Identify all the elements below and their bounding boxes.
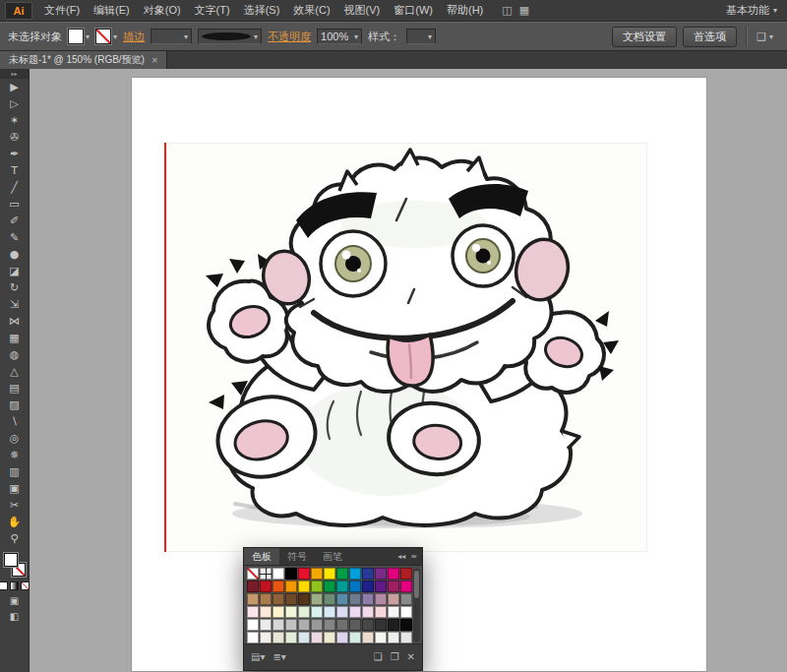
scrollbar-thumb[interactable] <box>414 571 419 598</box>
eraser-tool[interactable]: ◪ <box>3 263 27 279</box>
mesh-tool[interactable]: ▤ <box>3 380 27 397</box>
stroke-panel-link[interactable]: 描边 <box>123 30 145 44</box>
swatch[interactable] <box>285 632 297 643</box>
menu-item[interactable]: 文件(F) <box>37 0 87 21</box>
swatch[interactable] <box>400 568 412 580</box>
opacity-panel-link[interactable]: 不透明度 <box>268 30 311 44</box>
swatch[interactable] <box>400 606 412 618</box>
swatch[interactable] <box>311 632 323 643</box>
swatch[interactable] <box>247 619 259 631</box>
stroke-color-dropdown[interactable]: ▾ <box>95 29 117 44</box>
swatch[interactable] <box>400 593 412 605</box>
menu-item[interactable]: 文字(T) <box>188 0 237 21</box>
swatch[interactable] <box>285 619 297 631</box>
swatch[interactable] <box>362 580 374 592</box>
arrange-documents-button[interactable]: ▦ <box>519 4 529 17</box>
tab-brushes[interactable]: 画笔 <box>315 548 350 565</box>
swatch[interactable] <box>260 593 272 605</box>
swatch[interactable] <box>298 593 310 605</box>
swatch[interactable] <box>336 606 348 618</box>
stroke-weight-dropdown[interactable]: ▾ <box>151 29 192 44</box>
rectangle-tool[interactable]: ▭ <box>3 196 27 213</box>
swatch[interactable] <box>375 580 387 592</box>
swatch[interactable] <box>336 632 348 643</box>
tab-symbols[interactable]: 符号 <box>279 548 315 565</box>
swatch[interactable] <box>324 593 335 605</box>
screen-mode-button[interactable]: ◧ <box>10 611 19 622</box>
fill-color-box[interactable] <box>4 553 18 567</box>
swatch-kinds-button[interactable]: ≣▾ <box>272 651 285 662</box>
swatch[interactable] <box>272 619 284 631</box>
swatch[interactable] <box>362 619 374 631</box>
swatch[interactable] <box>324 606 335 618</box>
placed-image[interactable] <box>165 143 647 552</box>
blob-brush-tool[interactable]: ● <box>3 246 27 263</box>
swatch[interactable] <box>375 606 387 618</box>
swatch[interactable] <box>336 619 348 631</box>
brush-definition-dropdown[interactable]: ▾ <box>198 29 262 44</box>
document-setup-button[interactable]: 文档设置 <box>612 27 677 47</box>
line-segment-tool[interactable]: ╱ <box>3 179 27 196</box>
selection-tool[interactable]: ▶ <box>3 79 27 95</box>
toolbar-expand-button[interactable]: ▸▸ <box>0 69 29 79</box>
menu-item[interactable]: 视图(V) <box>337 0 388 21</box>
fill-stroke-control[interactable] <box>3 552 27 578</box>
paintbrush-tool[interactable]: ✐ <box>3 213 27 229</box>
swatch[interactable] <box>311 606 323 618</box>
slice-tool[interactable]: ✂ <box>3 497 27 514</box>
swatch[interactable] <box>247 593 259 605</box>
delete-swatch-button[interactable]: ✕ <box>407 651 415 662</box>
swatch[interactable] <box>362 606 374 618</box>
scale-tool[interactable]: ⇲ <box>3 296 27 313</box>
swatch-libraries-button[interactable]: ▤▾ <box>251 651 265 662</box>
swatch[interactable] <box>362 632 374 643</box>
swatch[interactable] <box>400 580 412 592</box>
swatch[interactable] <box>388 606 399 618</box>
gradient-tool[interactable]: ▨ <box>3 397 27 413</box>
menu-item[interactable]: 编辑(E) <box>87 0 137 21</box>
swatch[interactable] <box>400 619 412 631</box>
none-button[interactable] <box>21 581 30 590</box>
swatch[interactable] <box>349 568 361 580</box>
swatch[interactable] <box>336 580 348 592</box>
color-button[interactable] <box>0 581 8 590</box>
magic-wand-tool[interactable]: ✶ <box>3 112 27 129</box>
swatch[interactable] <box>349 632 361 643</box>
swatch[interactable] <box>311 619 323 631</box>
swatch[interactable] <box>260 632 272 643</box>
swatch[interactable] <box>349 580 361 592</box>
swatch[interactable] <box>260 606 272 618</box>
menu-item[interactable]: 帮助(H) <box>440 0 490 21</box>
fill-color-dropdown[interactable]: ▾ <box>68 29 90 44</box>
swatch[interactable] <box>349 619 361 631</box>
swatch[interactable] <box>388 568 399 580</box>
menu-item[interactable]: 选择(S) <box>237 0 287 21</box>
swatch[interactable] <box>375 593 387 605</box>
swatches-scrollbar[interactable] <box>413 569 420 641</box>
swatch[interactable] <box>272 580 284 592</box>
tab-swatches[interactable]: 色板 <box>244 548 279 565</box>
symbol-sprayer-tool[interactable]: ✵ <box>3 447 27 463</box>
swatch[interactable] <box>311 568 323 580</box>
swatch[interactable] <box>285 606 297 618</box>
swatch[interactable] <box>388 619 399 631</box>
swatch[interactable] <box>247 606 259 618</box>
swatch[interactable] <box>362 593 374 605</box>
zoom-tool[interactable]: ⚲ <box>3 530 27 547</box>
column-graph-tool[interactable]: ▥ <box>3 463 27 480</box>
new-swatch-button[interactable]: ❐ <box>391 651 399 662</box>
swatch[interactable] <box>272 632 284 643</box>
menu-item[interactable]: 对象(O) <box>137 0 188 21</box>
swatch[interactable] <box>400 632 412 643</box>
lasso-tool[interactable]: ✇ <box>3 129 27 146</box>
swatch[interactable] <box>260 580 272 592</box>
swatch[interactable] <box>247 632 259 643</box>
swatch[interactable] <box>388 580 399 592</box>
document-tab[interactable]: 未标题-1* @ 150% (RGB/预览) × <box>0 51 167 69</box>
direct-selection-tool[interactable]: ▷ <box>3 95 27 112</box>
menu-item[interactable]: 窗口(W) <box>387 0 440 21</box>
drawing-mode-button[interactable]: ▣ <box>10 595 19 606</box>
swatch[interactable] <box>285 568 297 580</box>
swatch[interactable] <box>272 606 284 618</box>
opacity-dropdown[interactable]: 100% ▾ <box>317 29 362 44</box>
